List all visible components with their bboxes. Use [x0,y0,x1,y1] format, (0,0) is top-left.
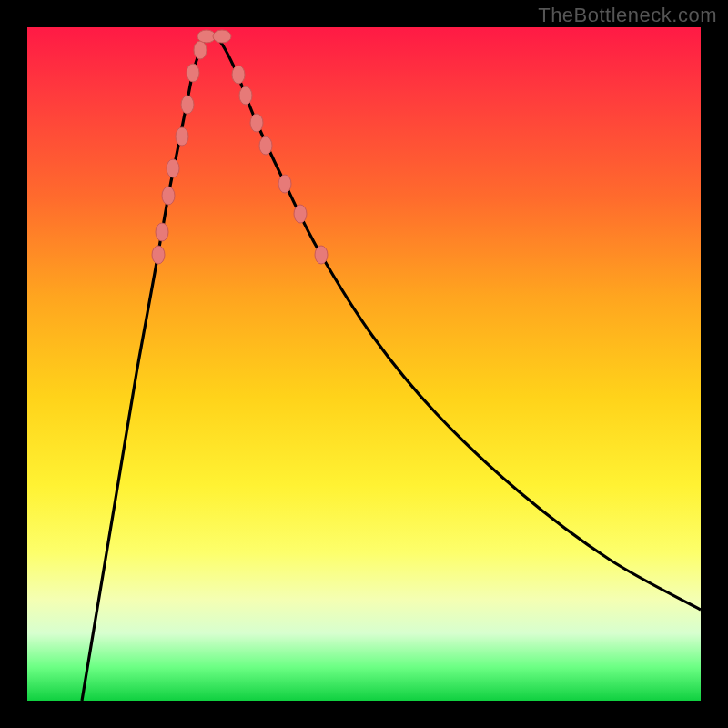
data-point [176,127,188,146]
data-point [250,114,263,132]
data-point [152,246,165,264]
data-point [232,66,245,84]
data-point [294,205,307,223]
curve-layer [27,27,701,701]
data-point [181,96,194,114]
data-point [259,136,272,155]
data-point [315,246,328,264]
bottleneck-curve [82,34,701,701]
data-point [156,223,168,241]
plot-area [27,27,701,701]
data-point [213,30,231,43]
data-point [194,41,207,59]
watermark-text: TheBottleneck.com [538,4,717,27]
data-point [162,187,175,205]
data-point [239,86,252,105]
chart-frame: TheBottleneck.com [0,0,728,728]
data-point [187,64,199,82]
data-point [167,159,179,177]
data-point [278,175,291,193]
